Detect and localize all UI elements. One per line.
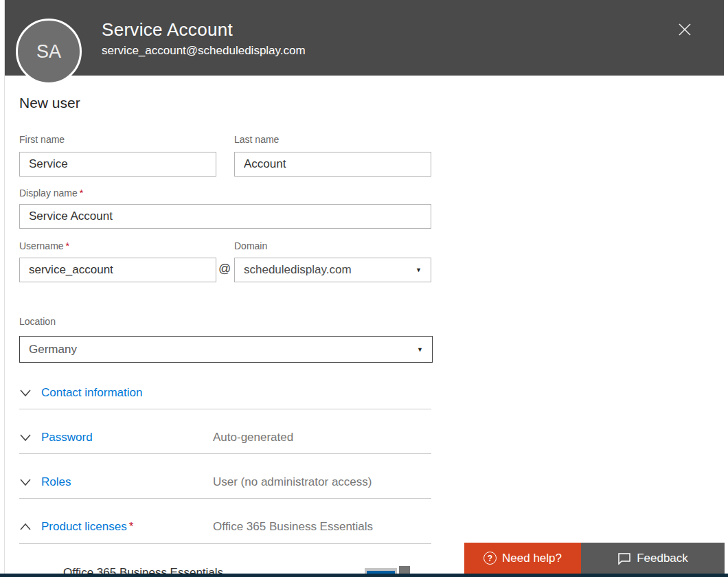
- section-password[interactable]: Password Auto-generated: [19, 429, 431, 446]
- section-divider: [19, 543, 431, 544]
- close-icon: [677, 22, 692, 37]
- domain-label: Domain: [234, 240, 267, 251]
- section-password-link: Password: [41, 431, 93, 444]
- section-contact-information-link: Contact information: [41, 386, 142, 400]
- product-licenses-summary-value: Office 365 Business Essentials: [213, 520, 373, 534]
- close-button[interactable]: [675, 20, 694, 39]
- dropdown-arrow-icon: ▼: [417, 346, 423, 353]
- display-name-label: Display name*: [19, 188, 83, 199]
- domain-select[interactable]: scheduledisplay.com ▼: [234, 258, 431, 282]
- page-title: New user: [19, 95, 80, 111]
- panel-left-border: [4, 0, 5, 577]
- avatar-initials: SA: [36, 41, 61, 63]
- last-name-label: Last name: [234, 134, 279, 145]
- username-input[interactable]: [19, 258, 216, 282]
- section-divider: [19, 409, 431, 409]
- section-roles[interactable]: Roles User (no administrator access): [19, 474, 431, 490]
- first-name-label: First name: [19, 134, 65, 145]
- at-separator: @: [218, 262, 231, 276]
- dropdown-arrow-icon: ▼: [416, 267, 422, 273]
- first-name-input[interactable]: [19, 152, 216, 177]
- location-label: Location: [19, 316, 56, 327]
- section-contact-information[interactable]: Contact information: [19, 385, 431, 401]
- chevron-up-icon: [19, 523, 32, 531]
- section-divider: [19, 498, 431, 499]
- bottom-edge-bar: [0, 574, 728, 577]
- section-product-licenses-link: Product licenses: [41, 520, 127, 534]
- section-roles-link: Roles: [41, 475, 71, 489]
- domain-selected-value: scheduledisplay.com: [244, 263, 352, 277]
- username-label: Username*: [19, 240, 69, 251]
- chevron-down-icon: [19, 478, 32, 486]
- username-label-text: Username: [19, 240, 64, 251]
- feedback-icon: [617, 552, 631, 565]
- section-product-licenses[interactable]: Product licenses * Office 365 Business E…: [19, 519, 431, 535]
- display-name-input[interactable]: [19, 204, 431, 229]
- flyout-header: Service Account service_account@schedule…: [5, 0, 724, 76]
- feedback-button[interactable]: Feedback: [581, 543, 725, 574]
- display-name-label-text: Display name: [19, 188, 78, 199]
- username-required-mark: *: [66, 240, 69, 251]
- user-display-name: Service Account: [102, 19, 233, 41]
- section-divider: [19, 453, 431, 454]
- need-help-button[interactable]: ? Need help?: [464, 543, 581, 574]
- help-icon: ?: [484, 552, 497, 565]
- roles-summary-value: User (no administrator access): [213, 475, 372, 489]
- user-email: service_account@scheduledisplay.com: [102, 44, 306, 58]
- feedback-label: Feedback: [637, 552, 688, 565]
- avatar: SA: [16, 19, 82, 84]
- display-name-required-mark: *: [80, 188, 83, 199]
- need-help-label: Need help?: [502, 552, 562, 565]
- location-selected-value: Germany: [29, 343, 77, 357]
- location-select[interactable]: Germany ▼: [19, 336, 433, 363]
- chevron-down-icon: [19, 389, 32, 397]
- password-summary-value: Auto-generated: [213, 431, 293, 444]
- chevron-down-icon: [19, 433, 32, 442]
- product-licenses-required-mark: *: [129, 520, 134, 534]
- last-name-input[interactable]: [234, 152, 431, 177]
